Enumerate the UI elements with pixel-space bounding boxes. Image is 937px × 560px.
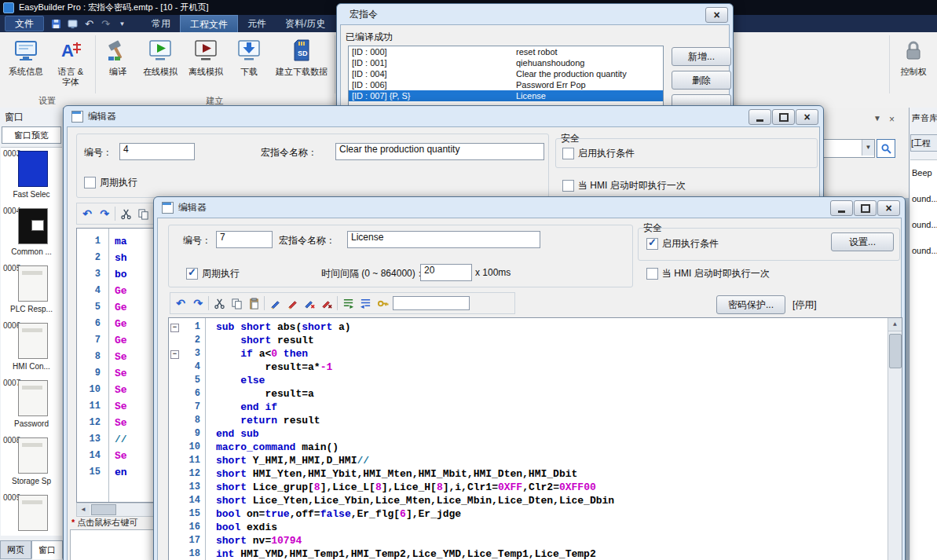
fold-marker[interactable]: − xyxy=(170,350,179,359)
preview-icon[interactable] xyxy=(67,18,79,30)
paste-icon[interactable] xyxy=(247,296,261,310)
outdent-list-icon[interactable] xyxy=(358,296,372,310)
key-icon[interactable] xyxy=(375,296,390,310)
code-line[interactable]: 4 result=a*-1 xyxy=(169,361,902,374)
macro-name-field[interactable]: Clear the production quantity xyxy=(335,143,544,160)
window-list-item[interactable]: 0005PLC Resp... xyxy=(1,262,62,320)
checkbox-icon[interactable] xyxy=(186,268,198,280)
code-line[interactable]: 17short nv=10794 xyxy=(169,534,902,547)
toolbar-search-input[interactable] xyxy=(393,296,470,310)
system-info-button[interactable]: 系统信息 xyxy=(5,36,47,77)
sound-list-item[interactable]: Beep xyxy=(910,160,937,186)
new-macro-button[interactable]: 新增... xyxy=(672,47,731,66)
run-on-startup-checkbox[interactable]: 当 HMI 启动时即执行一次 xyxy=(646,267,770,280)
editor2-vscrollbar[interactable]: ▲ xyxy=(888,318,902,560)
pen-blue-clear-icon[interactable] xyxy=(302,296,317,310)
window-list-item[interactable]: 0006HMI Con... xyxy=(1,320,62,377)
macro-name-field[interactable]: License xyxy=(347,231,540,248)
save-icon[interactable] xyxy=(50,18,62,30)
scroll-thumb[interactable] xyxy=(91,504,116,515)
periodic-checkbox[interactable]: 周期执行 xyxy=(84,176,137,189)
password-protect-button[interactable]: 密码保护... xyxy=(716,295,785,314)
code-line[interactable]: 2 short result xyxy=(169,334,902,347)
scroll-thumb[interactable] xyxy=(889,334,902,368)
editor2-code-area[interactable]: −1sub short abs(short a)2 short result−3… xyxy=(168,317,902,560)
code-line[interactable]: 7 end if xyxy=(169,401,902,414)
sound-list-item[interactable]: ound... xyxy=(910,186,937,212)
tab-window[interactable]: 窗口 xyxy=(31,540,63,559)
macro-id-field[interactable]: 4 xyxy=(119,143,195,160)
tab-objects[interactable]: 元件 xyxy=(238,15,276,32)
tab-data-history[interactable]: 资料/历史 xyxy=(276,15,335,32)
code-line[interactable]: 16bool exdis xyxy=(169,521,902,534)
minimize-button[interactable] xyxy=(830,200,853,216)
checkbox-icon[interactable] xyxy=(562,180,574,192)
file-menu-button[interactable]: 文件 xyxy=(5,16,44,31)
pen-red-clear-icon[interactable] xyxy=(320,296,334,310)
macro-list-row[interactable]: [ID : 007] {P, S}License xyxy=(349,90,663,101)
code-line[interactable]: 8 return result xyxy=(169,414,902,427)
close-button[interactable] xyxy=(705,7,728,23)
interval-field[interactable]: 20 xyxy=(420,264,472,281)
sound-list-item[interactable]: ound... xyxy=(910,238,937,264)
close-button[interactable] xyxy=(796,109,818,125)
window-list-item[interactable]: 0007Password xyxy=(1,377,62,434)
control-right-button[interactable]: 控制权 xyxy=(892,36,935,77)
window-list[interactable]: 0003Fast Selec0004Common ...0005PLC Resp… xyxy=(1,147,62,536)
compile-button[interactable]: 编译 xyxy=(99,36,137,77)
project-button-fragment[interactable]: [工程 xyxy=(910,134,937,152)
download-button[interactable]: 下载 xyxy=(229,36,269,77)
scroll-up-arrow[interactable]: ▲ xyxy=(888,318,902,331)
build-download-data-button[interactable]: SD 建立下载数据 xyxy=(270,36,333,77)
enable-condition-checkbox[interactable]: 启用执行条件 xyxy=(646,237,719,251)
periodic-checkbox[interactable]: 周期执行 xyxy=(186,267,240,280)
window-list-item[interactable]: 0008Storage Sp xyxy=(1,434,62,492)
pen-red-icon[interactable] xyxy=(285,296,299,310)
undo-icon[interactable]: ↶ xyxy=(83,18,95,30)
checkbox-icon[interactable] xyxy=(646,268,658,280)
close-button[interactable] xyxy=(877,200,900,216)
copy-icon[interactable] xyxy=(136,207,150,221)
settings-button[interactable]: 设置... xyxy=(831,232,894,251)
code-line[interactable]: 5 else xyxy=(169,374,902,387)
indent-list-icon[interactable] xyxy=(341,296,355,310)
code-line[interactable]: 14short Lice_Yten,Lice_Ybin,Lice_Mten,Li… xyxy=(169,494,902,507)
code-line[interactable]: 9end sub xyxy=(169,427,902,441)
copy-icon[interactable] xyxy=(229,296,243,310)
checkbox-icon[interactable] xyxy=(84,177,96,188)
redo-icon[interactable]: ↷ xyxy=(100,18,112,30)
fold-marker[interactable]: − xyxy=(170,324,179,332)
sound-list[interactable]: Beepound...ound...ound... xyxy=(910,159,937,560)
tab-webpage[interactable]: 网页 xyxy=(0,540,31,559)
cut-icon[interactable] xyxy=(212,296,226,310)
tab-project-files[interactable]: 工程文件 xyxy=(180,15,238,32)
code-line[interactable]: 12short HMI_Yten,HMI_Ybit,HMI_Mten,HMI_M… xyxy=(169,467,902,481)
macro-list-row[interactable]: [ID : 004]Clear the production quantity xyxy=(349,68,663,79)
sound-list-item[interactable]: ound... xyxy=(910,212,937,238)
redo-icon[interactable]: ↷ xyxy=(191,296,205,310)
window-list-item[interactable]: 0003Fast Selec xyxy=(1,148,62,205)
tab-common[interactable]: 常用 xyxy=(142,15,180,32)
offline-simulation-button[interactable]: 离线模拟 xyxy=(184,36,228,77)
window-list-item[interactable]: 0009 xyxy=(1,492,62,536)
macro-list-row[interactable]: [ID : 001]qiehuanshoudong xyxy=(349,57,663,68)
code-line[interactable]: −1sub short abs(short a) xyxy=(169,320,902,334)
code-line[interactable]: 10macro_command main() xyxy=(169,441,902,454)
macro-list-row[interactable]: [ID : 000]reset robot xyxy=(349,46,663,57)
minimize-button[interactable] xyxy=(749,109,771,125)
online-simulation-button[interactable]: 在线模拟 xyxy=(138,36,182,77)
pen-blue-icon[interactable] xyxy=(268,296,282,310)
code-line[interactable]: 6 result=a xyxy=(169,387,902,401)
scroll-left-arrow[interactable]: ◄ xyxy=(77,504,90,515)
search-button[interactable] xyxy=(877,139,895,158)
code-line[interactable]: 11short Y_HMI,M_HMI,D_HMI// xyxy=(169,454,902,467)
checkbox-icon[interactable] xyxy=(646,238,658,250)
code-line[interactable]: 15bool on=true,off=false,Er_flg[6],Er_jd… xyxy=(169,507,902,521)
delete-macro-button[interactable]: 删除 xyxy=(672,71,731,90)
code-line[interactable]: 13short Lice_grup[8],Lice_L[8],Lice_H[8]… xyxy=(169,481,902,494)
macro-id-field[interactable]: 7 xyxy=(216,231,273,248)
language-font-button[interactable]: A 语言 & 字体 xyxy=(49,36,93,87)
pane-dropdown-icon[interactable]: ▼ xyxy=(873,114,881,125)
macro-list-row[interactable]: [ID : 006]Password Err Pop xyxy=(349,79,663,90)
code-line[interactable]: 18int HMI_YMD,HMI_Temp1,HMI_Temp2,Lice_Y… xyxy=(169,547,902,560)
